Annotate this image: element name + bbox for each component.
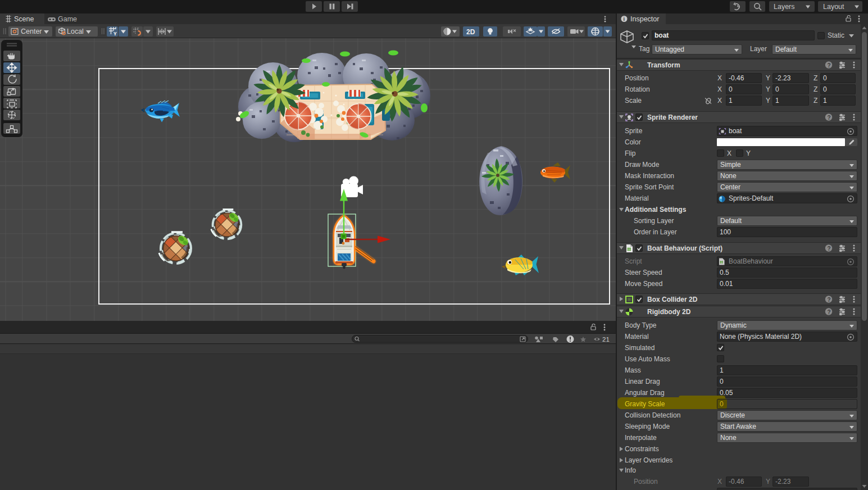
svg-text:?: ?: [828, 309, 831, 315]
svg-text:?: ?: [828, 297, 831, 303]
svg-text:Local: Local: [67, 28, 84, 35]
svg-text:Layers: Layers: [774, 3, 795, 11]
svg-text:2D: 2D: [466, 28, 475, 36]
svg-text:Scene: Scene: [14, 15, 34, 23]
svg-text:Center: Center: [21, 28, 42, 35]
svg-text:21: 21: [602, 336, 610, 343]
svg-text:Y: Y: [113, 31, 117, 37]
svg-text:?: ?: [828, 246, 831, 252]
svg-text:Layout: Layout: [823, 3, 844, 11]
svg-text:Game: Game: [58, 15, 77, 23]
svg-text:?: ?: [828, 62, 831, 69]
svg-text:?: ?: [828, 115, 831, 121]
